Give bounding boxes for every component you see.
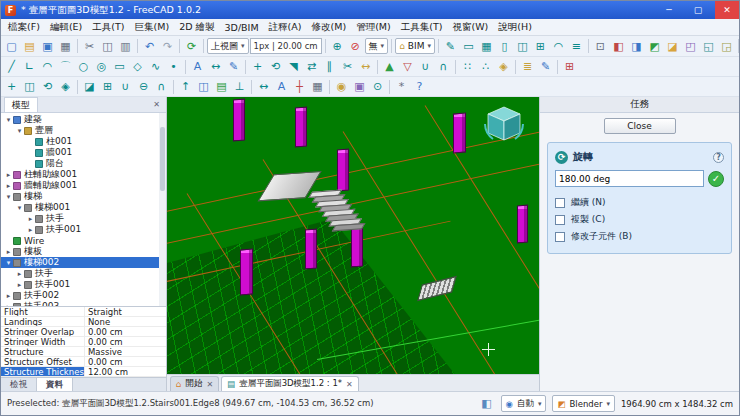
tree-item[interactable]: ▸扶手001 xyxy=(1,224,166,235)
bim-window-icon[interactable]: ⊞ xyxy=(532,38,549,55)
confirm-button[interactable]: ✓ xyxy=(708,171,724,187)
view-front-icon[interactable]: ◨ xyxy=(628,38,645,55)
menu-item[interactable]: 管理(M) xyxy=(351,21,396,34)
compound-icon[interactable]: ⊞ xyxy=(99,78,116,95)
paste-icon[interactable]: ▥ xyxy=(117,38,134,55)
bim-wall-icon[interactable]: ▭ xyxy=(460,38,477,55)
boolean-union-icon[interactable]: ∪ xyxy=(117,78,134,95)
draft-downgrade-icon[interactable]: ▽ xyxy=(399,58,416,75)
draft-polygon-icon[interactable]: ◇ xyxy=(129,58,146,75)
tree-expand-arrow-icon[interactable]: ▾ xyxy=(4,193,13,201)
tree-item[interactable]: ▸扶手 xyxy=(1,213,166,224)
top-view-button[interactable]: 上視圖▾ xyxy=(207,38,249,54)
boolean-intersect-icon[interactable]: ∩ xyxy=(153,78,170,95)
ifc-explorer-icon[interactable]: ▣ xyxy=(351,78,368,95)
document-tab[interactable]: ⌂開始✕ xyxy=(170,376,219,391)
draft-text-icon[interactable]: A xyxy=(189,58,206,75)
modify-clone-icon[interactable]: ◈ xyxy=(57,78,74,95)
bim-annotate-icon[interactable]: A xyxy=(273,78,290,95)
undo-icon[interactable]: ↶ xyxy=(141,38,158,55)
maximize-button[interactable]: ▢ xyxy=(686,1,710,19)
tree-scrollbar-thumb[interactable] xyxy=(160,127,165,191)
property-value[interactable]: Massive xyxy=(85,347,166,357)
draft-arc-3points-icon[interactable]: ⌒ xyxy=(57,58,74,75)
menu-item[interactable]: 說明(H) xyxy=(493,21,537,34)
tree-item[interactable]: ▾建築 xyxy=(1,114,166,125)
view-isometric-icon[interactable]: ◧ xyxy=(610,38,627,55)
rotation-angle-input[interactable] xyxy=(555,170,704,187)
bim-column-icon[interactable]: ▯ xyxy=(496,38,513,55)
status-style-icon[interactable]: ◧ xyxy=(479,396,495,412)
property-row[interactable]: Structure Thickness12.00 cm xyxy=(1,367,166,377)
draft-rectangle-icon[interactable]: ▭ xyxy=(111,58,128,75)
property-row[interactable]: Stringer Width0.00 cm xyxy=(1,337,166,347)
column-3d[interactable] xyxy=(295,107,307,148)
tree-item[interactable]: ▸扶手003 xyxy=(1,301,166,306)
draft-label-icon[interactable]: ✎ xyxy=(225,58,242,75)
draft-bspline-icon[interactable]: ∿ xyxy=(147,58,164,75)
tree-item[interactable]: ▾樓梯002 xyxy=(1,257,166,268)
draft-circle-icon[interactable]: ○ xyxy=(75,58,92,75)
tree-expand-arrow-icon[interactable]: ▸ xyxy=(4,292,13,300)
tree-item[interactable]: ▾樓梯 xyxy=(1,191,166,202)
draft-scale-icon[interactable]: ◥ xyxy=(285,58,302,75)
draft-clone-icon[interactable]: ◈ xyxy=(495,58,512,75)
modify-rotate-icon[interactable]: ⟲ xyxy=(39,78,56,95)
tree-expand-arrow-icon[interactable]: ▸ xyxy=(4,182,13,190)
column-3d[interactable] xyxy=(240,249,253,296)
nudge-combo[interactable]: 無▾ xyxy=(365,38,389,54)
tree-expand-arrow-icon[interactable]: ▾ xyxy=(15,127,24,135)
document-tab[interactable]: ▤壹層平面圖3D模型1.2 : 1*✕ xyxy=(221,376,359,391)
property-row[interactable]: LandingsNone xyxy=(1,317,166,327)
property-row[interactable]: Stringer Overlap0.00 cm xyxy=(1,327,166,337)
draft-path-array-icon[interactable]: ∴ xyxy=(477,58,494,75)
property-row[interactable]: FlightStraight xyxy=(1,307,166,317)
tree-item[interactable]: ▸扶手 xyxy=(1,268,166,279)
menu-item[interactable]: 修改(M) xyxy=(307,21,352,34)
boolean-cut-icon[interactable]: ⊖ xyxy=(135,78,152,95)
column-3d[interactable] xyxy=(233,99,245,142)
tree-expand-arrow-icon[interactable]: ▸ xyxy=(15,270,24,278)
manage-icon[interactable]: ⊙ xyxy=(369,78,386,95)
task-checkbox[interactable]: 修改子元件 (B) xyxy=(555,228,724,245)
tree-expand-arrow-icon[interactable]: ▸ xyxy=(26,215,35,223)
info-icon[interactable]: ? xyxy=(713,152,724,163)
menu-item[interactable]: 編輯(E) xyxy=(45,21,87,34)
new-file-icon[interactable]: ▢ xyxy=(3,38,20,55)
view-rear-icon[interactable]: ◰ xyxy=(682,38,699,55)
3d-viewport[interactable] xyxy=(167,97,539,374)
bim-dimension-icon[interactable]: ↔ xyxy=(255,78,272,95)
section-plane-icon[interactable]: ◫ xyxy=(195,78,212,95)
menu-item[interactable]: 工具(T) xyxy=(87,21,129,34)
menu-item[interactable]: 2D 繪製 xyxy=(174,21,219,34)
menu-item[interactable]: 巨集(M) xyxy=(130,21,175,34)
preferences-icon[interactable]: * xyxy=(393,78,410,95)
workbench-selector[interactable]: ⌂BIM▾ xyxy=(395,38,435,54)
draft-ellipse-icon[interactable]: ◎ xyxy=(93,58,110,75)
view-fit-icon[interactable]: ⊡ xyxy=(592,38,609,55)
tree-expand-arrow-icon[interactable]: ▸ xyxy=(4,303,13,307)
modify-move-icon[interactable]: + xyxy=(3,78,20,95)
draft-point-icon[interactable]: • xyxy=(165,58,182,75)
bim-door-icon[interactable]: ◫ xyxy=(514,38,531,55)
draft-move-icon[interactable]: + xyxy=(249,58,266,75)
view-right-icon[interactable]: ◪ xyxy=(664,38,681,55)
property-value[interactable]: None xyxy=(85,317,166,327)
property-value[interactable]: 0.00 cm xyxy=(85,337,166,347)
bim-grid-icon[interactable]: ▦ xyxy=(309,78,326,95)
draft-line-icon[interactable]: ╱ xyxy=(3,58,20,75)
draft-dimension-icon[interactable]: ↔ xyxy=(207,58,224,75)
tree-expand-arrow-icon[interactable]: ▾ xyxy=(15,204,24,212)
task-checkbox[interactable]: 複製 (C) xyxy=(555,211,724,228)
cut-plane-icon[interactable]: ◪ xyxy=(81,78,98,95)
tree-item[interactable]: ▾壹層 xyxy=(1,125,166,136)
draft-array-icon[interactable]: ∷ xyxy=(459,58,476,75)
draft-trim-icon[interactable]: ✂ xyxy=(339,58,356,75)
save-icon[interactable]: ▣ xyxy=(39,38,56,55)
navigation-cube[interactable] xyxy=(481,102,527,148)
refresh-icon[interactable]: ⟳ xyxy=(183,38,200,55)
model-panel-tab[interactable]: 模型 xyxy=(4,97,38,112)
navigation-style-combo[interactable]: ◩Blender▾ xyxy=(552,395,614,412)
tree-item[interactable]: ▾樓梯001 xyxy=(1,202,166,213)
extrude-icon[interactable]: ↑ xyxy=(177,78,194,95)
